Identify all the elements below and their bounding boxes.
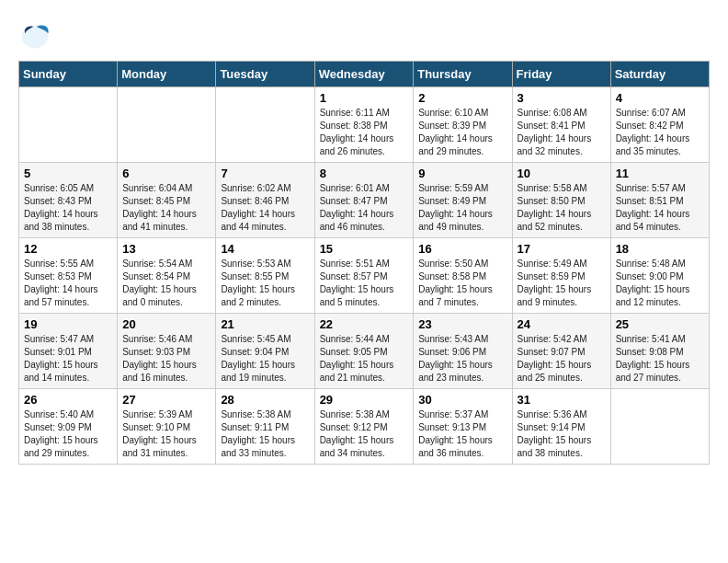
calendar-cell: 4Sunrise: 6:07 AM Sunset: 8:42 PM Daylig… — [610, 87, 709, 163]
calendar-cell: 18Sunrise: 5:48 AM Sunset: 9:00 PM Dayli… — [610, 238, 709, 314]
day-number: 12 — [24, 242, 112, 256]
logo — [18, 18, 55, 52]
day-number: 11 — [616, 167, 704, 180]
day-number: 13 — [122, 242, 210, 256]
col-friday: Friday — [512, 62, 610, 87]
calendar-cell: 3Sunrise: 6:08 AM Sunset: 8:41 PM Daylig… — [512, 87, 610, 163]
col-monday: Monday — [118, 62, 216, 87]
col-sunday: Sunday — [19, 62, 118, 87]
day-number: 26 — [24, 393, 112, 407]
day-info: Sunrise: 5:50 AM Sunset: 8:58 PM Dayligh… — [418, 258, 506, 309]
day-number: 27 — [122, 393, 210, 407]
day-number: 6 — [122, 167, 210, 180]
page-header — [18, 18, 710, 52]
day-info: Sunrise: 5:46 AM Sunset: 9:03 PM Dayligh… — [122, 333, 210, 385]
day-number: 9 — [418, 167, 506, 180]
day-info: Sunrise: 5:38 AM Sunset: 9:12 PM Dayligh… — [320, 408, 409, 460]
day-info: Sunrise: 6:08 AM Sunset: 8:41 PM Dayligh… — [518, 107, 606, 158]
logo-icon — [18, 18, 51, 52]
day-number: 19 — [24, 317, 112, 331]
calendar-table: Sunday Monday Tuesday Wednesday Thursday… — [18, 61, 710, 465]
day-info: Sunrise: 5:59 AM Sunset: 8:49 PM Dayligh… — [418, 182, 506, 234]
day-number: 24 — [518, 317, 606, 331]
page-container: Sunday Monday Tuesday Wednesday Thursday… — [18, 18, 710, 465]
day-info: Sunrise: 5:55 AM Sunset: 8:53 PM Dayligh… — [24, 258, 112, 309]
calendar-cell: 16Sunrise: 5:50 AM Sunset: 8:58 PM Dayli… — [414, 238, 512, 314]
day-number: 18 — [616, 242, 704, 256]
calendar-cell: 10Sunrise: 5:58 AM Sunset: 8:50 PM Dayli… — [512, 163, 610, 238]
day-number: 21 — [221, 317, 309, 331]
calendar-cell: 7Sunrise: 6:02 AM Sunset: 8:46 PM Daylig… — [216, 163, 314, 238]
calendar-week-row: 12Sunrise: 5:55 AM Sunset: 8:53 PM Dayli… — [19, 238, 710, 314]
calendar-week-row: 26Sunrise: 5:40 AM Sunset: 9:09 PM Dayli… — [19, 389, 710, 465]
calendar-week-row: 5Sunrise: 6:05 AM Sunset: 8:43 PM Daylig… — [19, 163, 710, 238]
calendar-cell: 31Sunrise: 5:36 AM Sunset: 9:14 PM Dayli… — [512, 389, 610, 465]
day-info: Sunrise: 6:11 AM Sunset: 8:38 PM Dayligh… — [320, 107, 409, 158]
day-number: 4 — [616, 91, 704, 105]
day-number: 5 — [24, 167, 112, 180]
day-info: Sunrise: 5:38 AM Sunset: 9:11 PM Dayligh… — [221, 408, 309, 460]
calendar-cell: 22Sunrise: 5:44 AM Sunset: 9:05 PM Dayli… — [314, 314, 414, 389]
day-info: Sunrise: 5:41 AM Sunset: 9:08 PM Dayligh… — [616, 333, 704, 385]
calendar-cell: 23Sunrise: 5:43 AM Sunset: 9:06 PM Dayli… — [414, 314, 512, 389]
day-info: Sunrise: 6:10 AM Sunset: 8:39 PM Dayligh… — [418, 107, 506, 158]
day-info: Sunrise: 5:43 AM Sunset: 9:06 PM Dayligh… — [418, 333, 506, 385]
calendar-cell: 12Sunrise: 5:55 AM Sunset: 8:53 PM Dayli… — [19, 238, 118, 314]
calendar-header-row: Sunday Monday Tuesday Wednesday Thursday… — [19, 62, 710, 87]
calendar-week-row: 19Sunrise: 5:47 AM Sunset: 9:01 PM Dayli… — [19, 314, 710, 389]
calendar-cell: 2Sunrise: 6:10 AM Sunset: 8:39 PM Daylig… — [414, 87, 512, 163]
day-number: 15 — [320, 242, 409, 256]
calendar-cell — [610, 389, 709, 465]
calendar-cell: 17Sunrise: 5:49 AM Sunset: 8:59 PM Dayli… — [512, 238, 610, 314]
calendar-cell: 28Sunrise: 5:38 AM Sunset: 9:11 PM Dayli… — [216, 389, 314, 465]
calendar-cell: 26Sunrise: 5:40 AM Sunset: 9:09 PM Dayli… — [19, 389, 118, 465]
day-info: Sunrise: 5:48 AM Sunset: 9:00 PM Dayligh… — [616, 258, 704, 309]
day-number: 7 — [221, 167, 309, 180]
day-info: Sunrise: 5:58 AM Sunset: 8:50 PM Dayligh… — [518, 182, 606, 234]
calendar-cell: 30Sunrise: 5:37 AM Sunset: 9:13 PM Dayli… — [414, 389, 512, 465]
day-number: 14 — [221, 242, 309, 256]
calendar-week-row: 1Sunrise: 6:11 AM Sunset: 8:38 PM Daylig… — [19, 87, 710, 163]
day-info: Sunrise: 6:07 AM Sunset: 8:42 PM Dayligh… — [616, 107, 704, 158]
calendar-cell: 27Sunrise: 5:39 AM Sunset: 9:10 PM Dayli… — [118, 389, 216, 465]
calendar-cell — [216, 87, 314, 163]
calendar-cell: 19Sunrise: 5:47 AM Sunset: 9:01 PM Dayli… — [19, 314, 118, 389]
day-info: Sunrise: 5:53 AM Sunset: 8:55 PM Dayligh… — [221, 258, 309, 309]
col-saturday: Saturday — [610, 62, 709, 87]
day-info: Sunrise: 5:47 AM Sunset: 9:01 PM Dayligh… — [24, 333, 112, 385]
day-number: 25 — [616, 317, 704, 331]
calendar-cell — [19, 87, 118, 163]
day-info: Sunrise: 5:44 AM Sunset: 9:05 PM Dayligh… — [320, 333, 409, 385]
calendar-cell: 20Sunrise: 5:46 AM Sunset: 9:03 PM Dayli… — [118, 314, 216, 389]
day-info: Sunrise: 5:51 AM Sunset: 8:57 PM Dayligh… — [320, 258, 409, 309]
day-info: Sunrise: 6:04 AM Sunset: 8:45 PM Dayligh… — [122, 182, 210, 234]
calendar-cell: 21Sunrise: 5:45 AM Sunset: 9:04 PM Dayli… — [216, 314, 314, 389]
day-number: 8 — [320, 167, 409, 180]
col-wednesday: Wednesday — [314, 62, 414, 87]
day-info: Sunrise: 5:37 AM Sunset: 9:13 PM Dayligh… — [418, 408, 506, 460]
day-info: Sunrise: 5:36 AM Sunset: 9:14 PM Dayligh… — [518, 408, 606, 460]
day-number: 16 — [418, 242, 506, 256]
day-number: 22 — [320, 317, 409, 331]
col-thursday: Thursday — [414, 62, 512, 87]
day-info: Sunrise: 5:57 AM Sunset: 8:51 PM Dayligh… — [616, 182, 704, 234]
calendar-cell: 14Sunrise: 5:53 AM Sunset: 8:55 PM Dayli… — [216, 238, 314, 314]
col-tuesday: Tuesday — [216, 62, 314, 87]
calendar-cell: 24Sunrise: 5:42 AM Sunset: 9:07 PM Dayli… — [512, 314, 610, 389]
calendar-cell: 9Sunrise: 5:59 AM Sunset: 8:49 PM Daylig… — [414, 163, 512, 238]
day-number: 28 — [221, 393, 309, 407]
day-info: Sunrise: 5:49 AM Sunset: 8:59 PM Dayligh… — [518, 258, 606, 309]
calendar-cell: 15Sunrise: 5:51 AM Sunset: 8:57 PM Dayli… — [314, 238, 414, 314]
day-number: 3 — [518, 91, 606, 105]
day-info: Sunrise: 6:01 AM Sunset: 8:47 PM Dayligh… — [320, 182, 409, 234]
day-info: Sunrise: 6:05 AM Sunset: 8:43 PM Dayligh… — [24, 182, 112, 234]
calendar-cell: 8Sunrise: 6:01 AM Sunset: 8:47 PM Daylig… — [314, 163, 414, 238]
day-number: 29 — [320, 393, 409, 407]
day-info: Sunrise: 5:42 AM Sunset: 9:07 PM Dayligh… — [518, 333, 606, 385]
calendar-cell — [118, 87, 216, 163]
day-number: 20 — [122, 317, 210, 331]
day-info: Sunrise: 5:45 AM Sunset: 9:04 PM Dayligh… — [221, 333, 309, 385]
day-number: 23 — [418, 317, 506, 331]
calendar-cell: 25Sunrise: 5:41 AM Sunset: 9:08 PM Dayli… — [610, 314, 709, 389]
calendar-cell: 11Sunrise: 5:57 AM Sunset: 8:51 PM Dayli… — [610, 163, 709, 238]
